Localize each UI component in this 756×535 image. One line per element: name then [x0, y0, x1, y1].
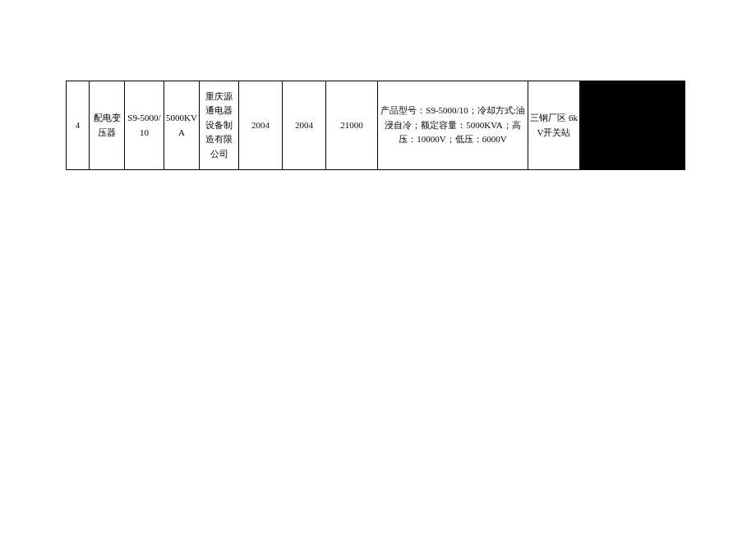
cell-location: 三钢厂区 6kV开关站	[528, 81, 580, 170]
cell-extra	[580, 81, 685, 170]
cell-value: 21000	[326, 81, 378, 170]
cell-name: 配电变压器	[90, 81, 125, 170]
cell-capacity: 5000KVA	[164, 81, 200, 170]
cell-model: S9-5000/10	[125, 81, 164, 170]
table-row: 4 配电变压器 S9-5000/10 5000KVA 重庆源通电器设备制造有限公…	[67, 81, 685, 170]
cell-year1: 2004	[239, 81, 283, 170]
cell-index: 4	[67, 81, 90, 170]
cell-year2: 2004	[283, 81, 326, 170]
data-table: 4 配电变压器 S9-5000/10 5000KVA 重庆源通电器设备制造有限公…	[66, 81, 685, 170]
cell-spec: 产品型号：S9-5000/10；冷却方式:油浸自冷；额定容量：5000KVA；高…	[378, 81, 528, 170]
cell-manufacturer: 重庆源通电器设备制造有限公司	[200, 81, 239, 170]
